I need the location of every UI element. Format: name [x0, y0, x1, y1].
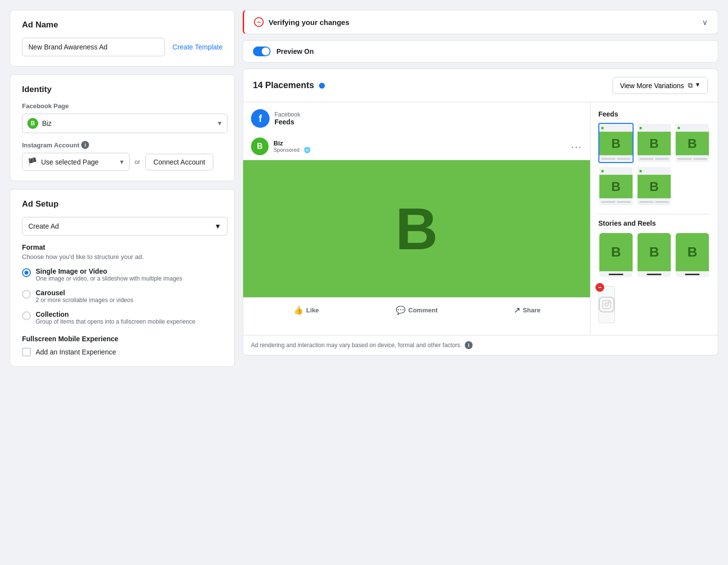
placements-card: 14 Placements View More Variations ⧉ ▼ f [243, 69, 718, 355]
radio-carousel-btn[interactable] [22, 290, 31, 299]
facebook-logo: f [251, 109, 270, 128]
radio-single-image-label: Single Image or Video [36, 267, 182, 275]
disabled-thumb: − [598, 286, 615, 323]
feed-thumb-2[interactable]: B [637, 123, 672, 163]
story-thumb-1[interactable]: B [598, 232, 634, 278]
fb-feed-label: Feeds [274, 118, 582, 126]
verify-chevron[interactable]: ∨ [702, 18, 708, 27]
create-ad-value: Create Ad [28, 222, 59, 230]
ad-setup-title: Ad Setup [22, 199, 223, 209]
feeds-thumb-grid: B B [598, 123, 710, 206]
page-name: Biz [42, 119, 51, 127]
fullscreen-title: Fullscreen Mobile Experience [22, 335, 223, 343]
comment-button[interactable]: 💬 Comment [362, 303, 472, 318]
verify-bar: − Verifying your changes ∨ [243, 10, 718, 34]
placements-body: f Facebook Feeds B Biz Sponsored · 🌐 [243, 102, 718, 335]
feeds-section-title: Feeds [598, 110, 710, 118]
create-ad-select[interactable]: Create Ad ▼ [22, 217, 228, 235]
post-actions: 👍 Like 💬 Comment ↗ Share [243, 297, 590, 323]
facebook-page-label: Facebook Page [22, 102, 223, 110]
svg-point-2 [609, 302, 610, 303]
footer-info-icon: i [465, 341, 473, 349]
share-button[interactable]: ↗ Share [472, 303, 582, 318]
instagram-icon [599, 297, 614, 312]
svg-point-1 [605, 303, 609, 306]
variations-chevron: ▼ [695, 81, 701, 90]
feed-thumb-1[interactable]: B [598, 123, 634, 163]
toggle-thumb [262, 47, 270, 55]
radio-collection-label: Collection [36, 310, 195, 318]
stories-thumb-grid: B B [598, 232, 710, 278]
radio-carousel-label: Carousel [36, 289, 133, 297]
comment-label: Comment [409, 306, 438, 314]
thumb-dot-5 [639, 170, 642, 172]
preview-toggle[interactable] [253, 47, 271, 56]
radio-carousel-sublabel: 2 or more scrollable images or videos [36, 297, 133, 304]
ad-name-input[interactable] [22, 38, 165, 56]
facebook-page-select[interactable]: B Biz [22, 114, 228, 133]
fb-preview-header: f Facebook Feeds [243, 102, 590, 133]
placements-header: 14 Placements View More Variations ⧉ ▼ [243, 69, 718, 102]
view-variations-button[interactable]: View More Variations ⧉ ▼ [613, 77, 708, 94]
thumb-dot-2 [639, 127, 642, 129]
identity-title: Identity [22, 85, 223, 94]
feed-thumb-3[interactable]: B [675, 123, 710, 163]
preview-bar: Preview On [243, 40, 718, 63]
like-icon: 👍 [294, 306, 303, 315]
setup-dropdown-arrow: ▼ [214, 222, 221, 230]
use-selected-page-label: Use selected Page [41, 158, 99, 166]
radio-single-image-sublabel: One image or video, or a slideshow with … [36, 275, 182, 282]
share-icon: ↗ [514, 306, 520, 315]
post-biz-name: Biz [273, 140, 566, 147]
toggle-track[interactable] [253, 47, 271, 56]
thumb-b-2: B [650, 136, 659, 151]
instant-experience-label: Add an Instant Experience [36, 348, 116, 356]
svg-rect-0 [603, 301, 611, 309]
placements-count: 14 Placements [253, 80, 314, 91]
blue-dot [319, 83, 325, 89]
verify-text: Verifying your changes [269, 18, 349, 26]
flag-icon: 🏴 [27, 157, 37, 166]
thumb-b-5: B [650, 179, 659, 194]
like-button[interactable]: 👍 Like [251, 303, 362, 318]
biz-avatar: B [251, 138, 269, 155]
post-sponsored: Sponsored · 🌐 [273, 147, 566, 153]
ad-post-header: B Biz Sponsored · 🌐 ··· [243, 133, 590, 160]
story-b-3: B [687, 244, 697, 260]
story-thumb-3[interactable]: B [675, 232, 710, 278]
view-variations-label: View More Variations [620, 82, 684, 90]
radio-single-image[interactable]: Single Image or Video One image or video… [22, 267, 223, 282]
disabled-icon: − [595, 283, 604, 292]
radio-collection[interactable]: Collection Group of items that opens int… [22, 310, 223, 325]
ad-setup-card: Ad Setup Create Ad ▼ Format Choose how y… [10, 189, 235, 367]
create-template-link[interactable]: Create Template [173, 43, 223, 51]
radio-carousel[interactable]: Carousel 2 or more scrollable images or … [22, 289, 223, 304]
story-b-1: B [611, 244, 621, 260]
instagram-select[interactable]: 🏴 Use selected Page [22, 153, 130, 171]
ad-brand-letter: B [395, 195, 438, 262]
ad-name-title: Ad Name [22, 20, 223, 30]
thumb-b-3: B [688, 136, 697, 151]
right-panel: − Verifying your changes ∨ Preview On 14… [243, 10, 718, 555]
ad-preview-card: B Biz Sponsored · 🌐 ··· B [243, 133, 590, 323]
thumb-dot-4 [601, 170, 604, 172]
radio-collection-btn[interactable] [22, 311, 31, 320]
thumb-dot-3 [678, 127, 680, 129]
feed-thumb-5[interactable]: B [637, 166, 672, 206]
verify-icon: − [254, 17, 264, 27]
stories-section-title: Stories and Reels [598, 219, 710, 227]
feed-thumb-4[interactable]: B [598, 166, 634, 206]
share-label: Share [523, 306, 541, 314]
ad-image: B [243, 160, 590, 297]
post-menu-dots[interactable]: ··· [571, 141, 582, 152]
connect-account-button[interactable]: Connect Account [145, 154, 214, 170]
story-thumb-2[interactable]: B [637, 232, 672, 278]
thumb-dot-1 [601, 127, 604, 129]
instagram-account-label: Instagram Account [22, 141, 79, 149]
format-title: Format [22, 243, 223, 251]
format-desc: Choose how you'd like to structure your … [22, 253, 223, 260]
identity-card: Identity Facebook Page B Biz ▼ Instagram… [10, 74, 235, 181]
instant-experience-checkbox[interactable] [22, 348, 31, 356]
radio-single-image-btn[interactable] [22, 268, 31, 277]
footer-text: Ad rendering and interaction may vary ba… [251, 342, 462, 349]
